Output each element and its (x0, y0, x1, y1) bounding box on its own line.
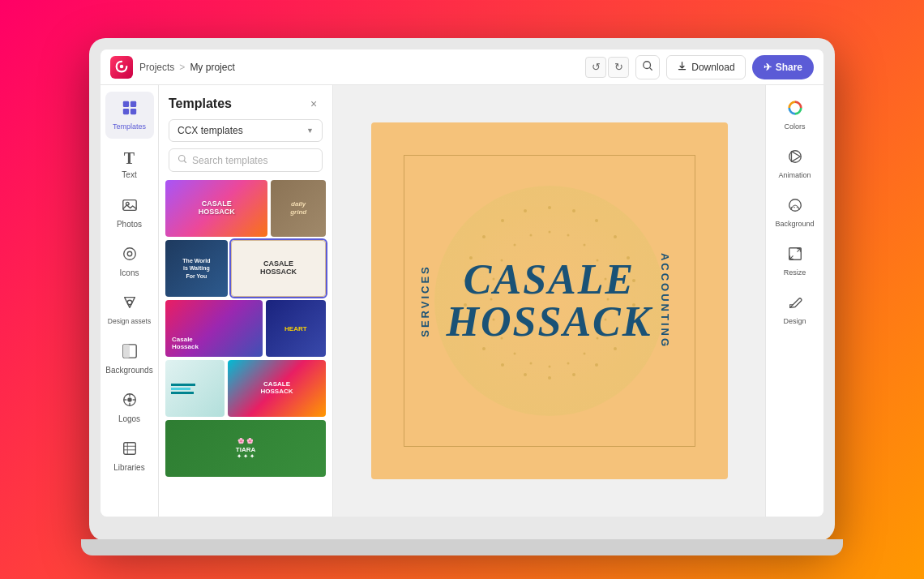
breadcrumb: Projects > My project (139, 62, 235, 73)
svg-point-38 (548, 376, 551, 380)
ccx-templates-dropdown[interactable]: CCX templates ▼ (169, 119, 323, 142)
laptop-frame: Projects > My project ↺ ↻ (89, 38, 835, 541)
template-row: CASALE HOSSACK dailygrind (165, 180, 326, 237)
search-button[interactable] (635, 55, 660, 79)
svg-point-67 (513, 244, 515, 247)
panel-close-button[interactable]: × (305, 95, 323, 113)
templates-icon (122, 100, 138, 120)
svg-point-48 (524, 209, 527, 212)
topbar: Projects > My project ↺ ↻ (101, 49, 823, 85)
svg-point-30 (614, 235, 617, 238)
design-icon (787, 294, 803, 315)
svg-point-11 (127, 300, 131, 304)
svg-point-28 (572, 209, 575, 212)
download-button[interactable]: Download (666, 55, 745, 79)
template-item-4[interactable]: CASALE HOSSACK (231, 240, 326, 297)
undo-redo-group: ↺ ↻ (585, 57, 629, 78)
svg-point-59 (548, 366, 550, 368)
sidebar-item-libraries[interactable]: Libraries (105, 432, 154, 479)
right-item-colors[interactable]: Colors (771, 92, 819, 139)
svg-point-39 (524, 373, 527, 376)
template-item-7[interactable]: CASALE HOSSACK (228, 360, 326, 417)
sidebar-item-templates[interactable]: Templates (105, 92, 154, 139)
right-item-animation[interactable]: Animation (771, 140, 819, 187)
resize-icon (787, 246, 803, 266)
template-item-3[interactable]: The Worldis WaitingFor You (165, 240, 228, 297)
sidebar-label-templates: Templates (113, 122, 146, 131)
canvas-design[interactable]: CASALE HOSSACK ACCOUNTING SERVICES (371, 122, 728, 479)
left-icon-sidebar: Templates T Text Photos (101, 85, 159, 517)
svg-point-60 (529, 362, 532, 365)
svg-point-46 (482, 235, 486, 238)
right-item-background[interactable]: Background (771, 189, 819, 236)
share-label: Share (776, 62, 802, 73)
search-templates-bar[interactable]: Search templates (169, 148, 323, 172)
template-item-5[interactable]: Casale Hossack (165, 300, 263, 357)
svg-rect-3 (122, 101, 128, 107)
share-icon: ✈ (764, 62, 772, 73)
text-icon: T (124, 149, 135, 168)
svg-point-47 (501, 219, 504, 222)
sidebar-item-photos[interactable]: Photos (105, 189, 154, 236)
svg-rect-6 (130, 109, 135, 114)
breadcrumb-sep: > (179, 62, 185, 73)
sidebar-item-icons[interactable]: Icons (105, 238, 154, 285)
svg-rect-7 (122, 199, 135, 210)
template-item-6[interactable]: HEART (266, 300, 326, 357)
svg-point-58 (567, 362, 569, 365)
undo-button[interactable]: ↺ (585, 57, 606, 78)
animation-icon (787, 148, 803, 169)
sidebar-label-text: Text (122, 170, 136, 179)
template-item-9[interactable]: 🌸 🌸 TIARA ✦ ✦ ✦ (165, 420, 326, 477)
svg-point-49 (548, 231, 550, 234)
main-area: Templates T Text Photos (101, 85, 823, 517)
sidebar-label-photos: Photos (117, 220, 142, 229)
right-item-design[interactable]: Design (771, 286, 819, 333)
canvas-vertical-right: ACCOUNTING (659, 253, 671, 349)
panel-title: Templates (169, 96, 232, 111)
canvas-title-line2: HOSSACK (447, 301, 652, 343)
search-placeholder: Search templates (192, 155, 267, 166)
redo-button[interactable]: ↻ (608, 57, 629, 78)
right-label-animation: Animation (778, 171, 811, 179)
download-label: Download (691, 62, 734, 73)
svg-line-2 (650, 68, 652, 71)
svg-point-68 (529, 234, 532, 237)
sidebar-item-text[interactable]: T Text (105, 140, 154, 187)
download-icon (677, 61, 687, 74)
sidebar-label-libraries: Libraries (113, 463, 144, 472)
svg-point-9 (123, 247, 135, 259)
laptop-base (81, 539, 843, 555)
sidebar-item-logos[interactable]: Logos (105, 384, 154, 431)
template-row: The Worldis WaitingFor You CASALE HOSSAC… (165, 240, 326, 297)
sidebar-label-design-assets: Design assets (108, 317, 151, 325)
search-bar-icon (178, 154, 187, 166)
svg-line-25 (184, 161, 186, 162)
share-button[interactable]: ✈ Share (752, 55, 814, 79)
template-item-1[interactable]: CASALE HOSSACK (165, 180, 267, 237)
breadcrumb-projects[interactable]: Projects (139, 62, 174, 73)
svg-point-50 (567, 234, 569, 237)
colors-icon (787, 100, 803, 120)
right-label-colors: Colors (784, 122, 805, 131)
template-item-8[interactable] (165, 360, 225, 417)
background-icon (787, 197, 803, 217)
sidebar-label-backgrounds: Backgrounds (105, 366, 152, 375)
template-item-2[interactable]: dailygrind (271, 180, 326, 237)
topbar-actions: Download ✈ Share (635, 55, 814, 79)
svg-rect-4 (130, 101, 135, 107)
laptop-screen: Projects > My project ↺ ↻ (101, 49, 823, 517)
svg-point-29 (595, 219, 598, 222)
svg-point-51 (583, 244, 585, 247)
sidebar-label-icons: Icons (120, 268, 139, 277)
sidebar-item-design-assets[interactable]: Design assets (105, 286, 154, 333)
logos-icon (122, 392, 138, 412)
right-item-resize[interactable]: Resize (771, 238, 819, 285)
svg-point-27 (548, 206, 551, 209)
backgrounds-icon (122, 343, 138, 363)
svg-point-10 (127, 251, 131, 255)
sidebar-item-backgrounds[interactable]: Backgrounds (105, 335, 154, 382)
svg-point-61 (513, 353, 515, 355)
template-row: 🌸 🌸 TIARA ✦ ✦ ✦ (165, 420, 326, 477)
svg-point-15 (127, 397, 131, 401)
